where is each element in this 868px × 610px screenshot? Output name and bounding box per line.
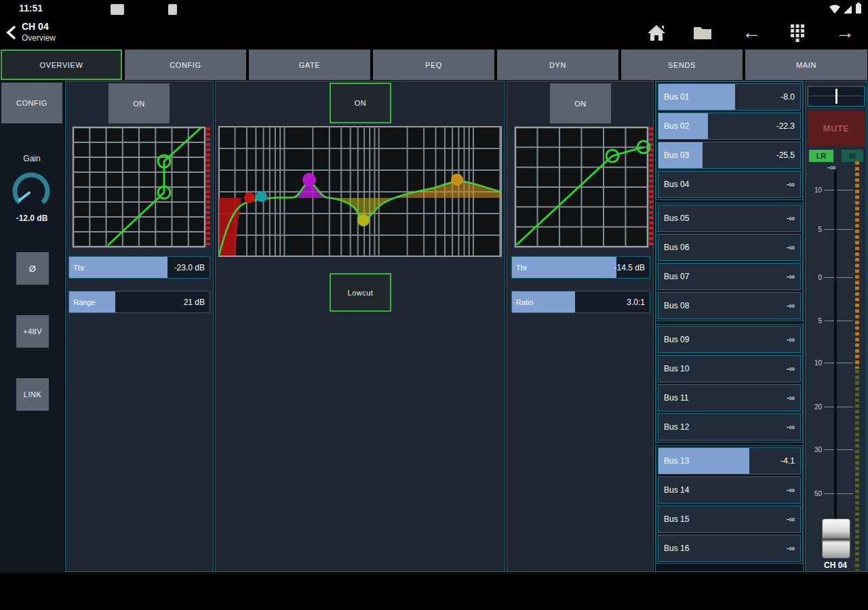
tab-main[interactable]: MAIN (745, 49, 867, 80)
bus-send-row[interactable]: Bus 06-∞ (658, 234, 801, 261)
dyn-threshold-label: Thr (516, 264, 528, 272)
bus-send-label: Bus 04 (664, 180, 689, 189)
bus-sends-list: Bus 01-8.0Bus 02-22.3Bus 03-25.5Bus 04-∞… (656, 81, 803, 567)
tab-overview[interactable]: OVERVIEW (1, 49, 122, 80)
bus-send-row[interactable]: Bus 07-∞ (658, 263, 801, 290)
tab-gate[interactable]: GATE (249, 49, 370, 80)
bus-send-value: -∞ (786, 514, 795, 524)
gate-graph[interactable] (72, 126, 212, 248)
tab-dyn[interactable]: DYN (497, 49, 618, 80)
gate-range-slider[interactable]: Range 21 dB (68, 291, 210, 313)
bus-send-row[interactable]: Bus 14-∞ (658, 476, 801, 504)
bus-send-label: Bus 03 (664, 150, 689, 160)
phase-button[interactable]: Ø (16, 252, 49, 285)
dialpad-icon[interactable] (785, 20, 810, 45)
mixer-app: 11:51 CH 04 Overview ← (0, 0, 868, 610)
dyn-threshold-slider[interactable]: Thr -14.5 dB (511, 256, 650, 279)
peq-graph[interactable] (218, 126, 502, 257)
bus-send-row[interactable]: Bus 16-∞ (658, 535, 801, 562)
eq-node-magenta[interactable] (302, 173, 316, 186)
dyn-ratio-slider[interactable]: Ratio 3.0:1 (511, 291, 650, 313)
dyn-ratio-label: Ratio (516, 298, 534, 306)
bus-send-label: Bus 06 (664, 243, 689, 252)
folder-icon[interactable] (690, 20, 715, 45)
gate-on-button[interactable]: ON (108, 83, 170, 123)
tab-sends[interactable]: SENDS (621, 49, 743, 80)
tab-config[interactable]: CONFIG (125, 49, 246, 80)
notification-icon-2 (168, 4, 177, 15)
dyn-on-button[interactable]: ON (550, 83, 611, 123)
gate-threshold-value: -23.0 dB (174, 263, 205, 272)
gate-threshold-slider[interactable]: Thr -23.0 dB (68, 256, 210, 279)
fader-scale-tick: 20 (808, 402, 853, 411)
fader-scale-tick: 10 (808, 358, 853, 367)
bus-send-label: Bus 14 (664, 485, 689, 495)
lr-assign-badge[interactable]: LR (809, 150, 833, 162)
tab-peq[interactable]: PEQ (373, 49, 494, 80)
gate-threshold-label: Thr (73, 264, 85, 272)
notification-icon (111, 4, 124, 15)
bus-send-row[interactable]: Bus 11-∞ (658, 384, 801, 411)
level-meter (853, 159, 861, 573)
back-chevron-icon[interactable] (5, 24, 18, 41)
fader-scale-tick: 5 (808, 224, 853, 234)
bus-send-label: Bus 12 (664, 422, 689, 432)
bus-send-label: Bus 07 (664, 272, 689, 281)
gain-label: Gain (0, 154, 64, 163)
channel-sidebar: CONFIG Gain -12.0 dB Ø +48V LINK (0, 80, 64, 573)
dyn-threshold-fill (512, 257, 616, 278)
bus-send-row[interactable]: Bus 12-∞ (658, 413, 801, 441)
bus-send-row[interactable]: Bus 04-∞ (658, 171, 801, 198)
bus-send-label: Bus 02 (664, 121, 689, 131)
bus-send-value: -∞ (786, 544, 795, 553)
fader-handle[interactable] (822, 518, 850, 558)
eq-node-orange[interactable] (451, 174, 463, 186)
bus-send-row[interactable]: Bus 02-22.3 (658, 113, 801, 140)
phantom-48v-button[interactable]: +48V (16, 315, 49, 348)
config-button[interactable]: CONFIG (1, 83, 62, 123)
bus-send-label: Bus 05 (664, 214, 689, 223)
bus-send-row[interactable]: Bus 09-∞ (658, 326, 801, 353)
gain-knob[interactable] (9, 169, 53, 213)
fader-value: -∞ (805, 163, 858, 172)
bus-send-row[interactable]: Bus 13-4.1 (658, 447, 801, 474)
fader-track[interactable] (834, 169, 837, 557)
bus-send-row[interactable]: Bus 03-25.5 (658, 142, 801, 169)
bus-send-row[interactable]: Bus 01-8.0 (658, 83, 801, 110)
gate-range-label: Range (73, 298, 95, 306)
dyn-ratio-value: 3.0:1 (627, 298, 645, 307)
dyn-graph[interactable] (514, 126, 655, 248)
mute-button[interactable]: MUTE (808, 110, 865, 146)
bus-send-value: -∞ (786, 214, 795, 223)
pan-indicator[interactable] (808, 86, 865, 106)
lowcut-button[interactable]: Lowcut (330, 273, 391, 312)
fader-scale-tick: 30 (808, 445, 853, 454)
signal-icon (843, 3, 853, 14)
bus-send-label: Bus 16 (664, 544, 689, 553)
bus-send-label: Bus 11 (664, 393, 688, 403)
bus-send-row[interactable]: Bus 15-∞ (658, 506, 801, 533)
eq-node-lowcut[interactable] (244, 192, 255, 203)
bus-send-value: -∞ (786, 180, 795, 189)
eq-node-yellow[interactable] (357, 214, 370, 226)
bus-group: Bus 05-∞Bus 06-∞Bus 07-∞Bus 08-∞ (656, 203, 803, 321)
arrow-left-icon[interactable]: ← (739, 20, 764, 45)
link-button[interactable]: LINK (16, 378, 49, 411)
arrow-right-icon[interactable]: → (833, 20, 857, 45)
bus-send-label: Bus 08 (664, 301, 689, 310)
bus-send-value: -∞ (786, 301, 795, 310)
peq-on-button[interactable]: ON (330, 83, 391, 123)
eq-node-teal[interactable] (256, 191, 267, 202)
bus-send-value: -8.0 (781, 92, 795, 102)
fader-scale-tick: 50 (808, 489, 853, 498)
bus-send-row[interactable]: Bus 05-∞ (658, 205, 801, 232)
bus-send-row[interactable]: Bus 08-∞ (658, 292, 801, 319)
bus-send-label: Bus 09 (664, 335, 689, 344)
home-icon[interactable] (644, 20, 669, 45)
android-nav-bar (0, 575, 868, 610)
wifi-icon (829, 3, 841, 14)
bus-send-row[interactable]: Bus 10-∞ (658, 355, 801, 382)
bus-send-value: -∞ (786, 485, 795, 495)
bus-send-label: Bus 13 (664, 456, 689, 466)
bus-send-value: -22.3 (776, 121, 795, 131)
